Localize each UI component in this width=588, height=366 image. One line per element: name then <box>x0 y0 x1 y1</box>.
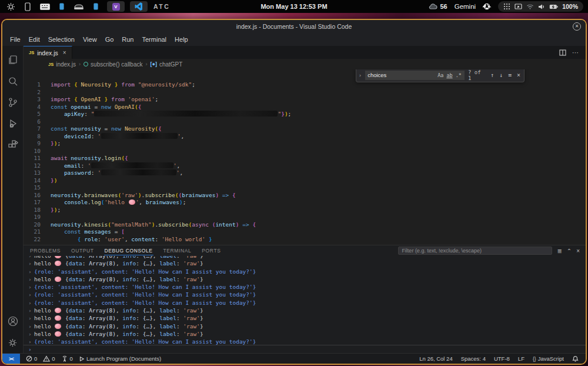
split-editor-icon[interactable] <box>559 49 566 56</box>
expand-chevron-icon[interactable]: › <box>28 314 34 322</box>
activity-source-control-icon[interactable] <box>4 92 22 113</box>
status-bar: >< 000Launch Program (Documents) Ln 26, … <box>2 353 586 364</box>
code-text: email: '', <box>49 162 180 170</box>
tab-close-icon[interactable]: × <box>63 49 66 56</box>
status-radio-tower[interactable]: 0 <box>61 355 73 362</box>
panel-tab-terminal[interactable]: TERMINAL <box>163 247 192 255</box>
expand-chevron-icon[interactable]: › <box>28 307 34 314</box>
launcher-phone-small-icon[interactable] <box>56 1 68 12</box>
bottom-panel: PROBLEMSOUTPUTDEBUG CONSOLETERMINALPORTS… <box>24 245 586 353</box>
console-line-text: hello {data: Array(8), info: {…}, label:… <box>34 259 203 267</box>
code-line: 13 password: '', <box>24 169 586 177</box>
expand-chevron-icon[interactable]: › <box>28 338 34 345</box>
prev-match-button[interactable]: ↑ <box>490 72 494 78</box>
panel-tab-problems[interactable]: PROBLEMS <box>29 247 61 255</box>
activity-accounts-icon[interactable] <box>4 311 22 332</box>
status-play[interactable]: Launch Program (Documents) <box>79 355 161 362</box>
gemini-label[interactable]: Gemini <box>455 3 476 10</box>
volume-icon[interactable] <box>538 4 545 10</box>
console-line-text: {role: 'assistant', content: 'Hello! How… <box>34 299 256 307</box>
console-options-icon[interactable]: ≣ <box>557 248 562 254</box>
launcher-vscode-app-icon[interactable] <box>130 1 148 12</box>
breadcrumbs: JSindex.js›subscribe() callback›[●]chatG… <box>24 59 586 69</box>
launcher-dock-device-icon[interactable] <box>73 1 85 12</box>
play-icon <box>79 356 85 362</box>
menu-go[interactable]: Go <box>101 35 118 44</box>
expand-chevron-icon[interactable]: › <box>28 283 34 291</box>
next-match-button[interactable]: ↓ <box>499 72 503 78</box>
console-line-text: hello {data: Array(8), info: {…}, label:… <box>34 307 203 314</box>
expand-chevron-icon[interactable]: › <box>28 275 34 283</box>
expand-chevron-icon[interactable]: › <box>28 330 34 338</box>
find-toggle-ab[interactable]: ab <box>446 72 452 78</box>
menu-run[interactable]: Run <box>118 35 138 44</box>
status-ln-26-col-24[interactable]: Ln 26, Col 24 <box>419 355 453 362</box>
app-grid-icon[interactable] <box>503 3 510 10</box>
toggle-replace-icon[interactable]: › <box>359 72 362 78</box>
status-bell-icon[interactable] <box>572 355 579 362</box>
activity-search-icon[interactable] <box>4 71 22 92</box>
launcher-phone-small-icon-2[interactable] <box>90 1 102 12</box>
tab-indexjs[interactable]: JS index.js × <box>24 46 72 59</box>
status-javascript[interactable]: {}JavaScript <box>533 355 564 362</box>
system-tray[interactable]: 100% <box>498 1 583 12</box>
activity-explorer-icon[interactable] <box>4 49 22 71</box>
find-toggle-Aa[interactable]: Aa <box>437 72 443 78</box>
close-find-button[interactable]: × <box>517 72 520 78</box>
find-input[interactable] <box>365 71 435 80</box>
breadcrumb-chatgpt[interactable]: [●]chatGPT <box>150 61 182 68</box>
expand-chevron-icon[interactable]: › <box>28 259 34 267</box>
breadcrumb-subscribe---callback[interactable]: subscribe() callback <box>83 61 142 68</box>
debug-console-output[interactable]: ›hello {data: Array(8), info: {…}, label… <box>24 256 586 345</box>
find-in-selection-button[interactable]: ≡ <box>508 72 512 78</box>
screen-share-icon[interactable] <box>514 4 522 10</box>
launcher-via-app-icon[interactable]: V <box>107 1 125 12</box>
find-toggle-regex[interactable]: .* <box>456 72 462 78</box>
extension-puzzle-icon[interactable] <box>483 2 491 11</box>
panel-tab-ports[interactable]: PORTS <box>201 247 221 255</box>
menu-terminal[interactable]: Terminal <box>138 35 171 44</box>
phone-device-icon <box>25 2 31 11</box>
title-bar[interactable]: index.js - Documents - Visual Studio Cod… <box>2 20 586 33</box>
launcher-keyboard-icon[interactable] <box>39 1 51 12</box>
status-warnings[interactable]: 0 <box>43 355 55 362</box>
remote-indicator[interactable]: >< <box>2 354 20 364</box>
status-utf-8[interactable]: UTF-8 <box>494 355 510 362</box>
code-text: const neurosity = new Neurosity({ <box>49 125 162 133</box>
panel-tab-output[interactable]: OUTPUT <box>71 247 95 255</box>
console-filter-input[interactable] <box>398 247 552 255</box>
code-editor[interactable]: 1import { Neurosity } from "@neurosity/s… <box>24 69 586 245</box>
weather-indicator[interactable]: 56 <box>428 3 447 10</box>
status-spaces-4[interactable]: Spaces: 4 <box>461 355 486 362</box>
status-lf[interactable]: LF <box>518 355 524 362</box>
activity-run-debug-icon[interactable] <box>4 113 22 134</box>
wifi-icon[interactable] <box>526 4 534 9</box>
clock[interactable]: Mon May 13 12:53 PM <box>260 3 327 10</box>
bell-icon <box>572 355 579 362</box>
window-title: index.js - Documents - Visual Studio Cod… <box>236 23 352 30</box>
expand-chevron-icon[interactable]: › <box>28 291 34 298</box>
expand-chevron-icon[interactable]: › <box>28 268 34 275</box>
phone-small-icon-2 <box>93 3 98 10</box>
expand-chevron-icon[interactable]: › <box>28 322 34 330</box>
close-panel-icon[interactable]: × <box>576 248 580 254</box>
menu-selection[interactable]: Selection <box>44 35 79 44</box>
menu-help[interactable]: Help <box>171 35 192 44</box>
editor-more-actions-icon[interactable]: ⋯ <box>572 49 579 56</box>
window-close-button[interactable]: ✕ <box>573 22 581 31</box>
code-text: }); <box>49 207 61 214</box>
activity-settings-gear-icon[interactable] <box>4 332 22 353</box>
menu-file[interactable]: File <box>6 35 25 44</box>
launcher-phone-device-icon[interactable] <box>22 1 34 12</box>
activity-extensions-icon[interactable] <box>4 134 22 155</box>
code-line: 6 <box>24 118 586 126</box>
launcher-settings-gear-icon[interactable] <box>5 1 16 12</box>
menu-edit[interactable]: Edit <box>25 35 44 44</box>
status-errors[interactable]: 0 <box>26 355 37 362</box>
maximize-panel-icon[interactable]: ⌃ <box>567 248 572 254</box>
expand-chevron-icon[interactable]: › <box>28 299 34 307</box>
menu-view[interactable]: View <box>79 35 101 44</box>
breadcrumb-index-js[interactable]: JSindex.js <box>48 61 76 68</box>
debug-console-input[interactable]: › <box>24 345 586 353</box>
panel-tab-debug-console[interactable]: DEBUG CONSOLE <box>104 247 153 255</box>
